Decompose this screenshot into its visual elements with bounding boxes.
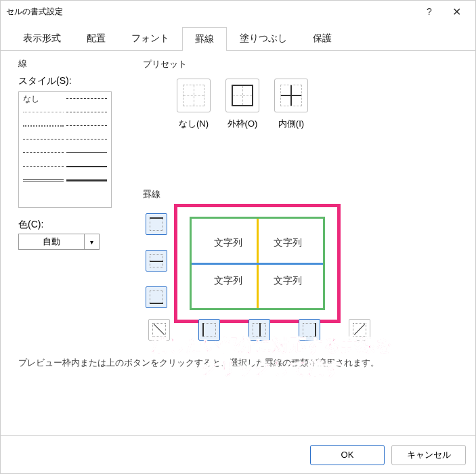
preview-cell-1: 文字列: [214, 237, 242, 249]
ok-button[interactable]: OK: [310, 445, 385, 465]
border-preview-highlight: 文字列 文字列 文字列 文字列: [174, 204, 341, 323]
style-dotted[interactable]: [23, 123, 64, 127]
help-button[interactable]: ?: [416, 2, 443, 21]
preset-outline-button[interactable]: [225, 79, 259, 112]
border-bottom-button[interactable]: [146, 286, 167, 308]
annotation-overlay: 消したい部分に対応する罫線を クリックして消す: [95, 334, 448, 380]
border-hmid-icon: [150, 254, 163, 267]
style-none[interactable]: なし: [23, 96, 64, 100]
preset-inside-label: 内側(I): [278, 118, 304, 130]
style-dash-dot[interactable]: [23, 150, 64, 154]
line-color-label: 色(C):: [18, 219, 127, 231]
window-title: セルの書式設定: [6, 6, 416, 18]
preview-grid: [190, 217, 325, 310]
line-style-label: スタイル(S):: [18, 75, 127, 87]
border-horizontal-middle-button[interactable]: [146, 250, 167, 272]
border-top-button[interactable]: [146, 213, 167, 235]
preview-cell-2: 文字列: [274, 237, 302, 249]
style-fine-dotted[interactable]: [23, 110, 64, 114]
tab-border[interactable]: 罫線: [182, 27, 227, 51]
border-top-icon: [150, 217, 163, 231]
line-color-value: 自動: [18, 234, 85, 250]
line-group-label: 線: [18, 58, 127, 70]
dialog-body: 線 スタイル(S): なし: [1, 51, 475, 70]
border-preview[interactable]: 文字列 文字列 文字列 文字列: [190, 217, 325, 310]
style-med-dash[interactable]: [66, 137, 107, 141]
dialog-footer: OK キャンセル: [1, 435, 475, 473]
style-thick[interactable]: [66, 177, 107, 181]
chevron-down-icon[interactable]: ▾: [85, 234, 100, 250]
style-dashed[interactable]: [23, 137, 64, 141]
style-thin[interactable]: [66, 150, 107, 154]
border-bottom-icon: [150, 290, 163, 304]
style-double[interactable]: [23, 177, 64, 181]
preview-horizontal-divider[interactable]: [192, 263, 323, 265]
close-button[interactable]: ✕: [443, 2, 470, 21]
titlebar: セルの書式設定 ? ✕: [1, 1, 475, 22]
style-med-dash-dot[interactable]: [66, 123, 107, 127]
preset-group: プリセット なし(N) 外枠(O) 内側(I): [143, 58, 308, 130]
border-group-label: 罫線: [143, 188, 160, 200]
style-dash-dot-dot[interactable]: [23, 164, 64, 168]
format-cells-dialog: セルの書式設定 ? ✕ 表示形式 配置 フォント 罫線 塗りつぶし 保護 線 ス…: [0, 0, 476, 474]
preset-outline-label: 外枠(O): [228, 118, 258, 130]
tab-protection[interactable]: 保護: [300, 26, 345, 50]
preset-outline-icon: [232, 85, 253, 106]
preset-inside-icon: [280, 85, 302, 106]
line-group: 線 スタイル(S): なし: [18, 58, 127, 250]
line-color-select[interactable]: 自動 ▾: [18, 234, 127, 250]
line-style-list[interactable]: なし: [18, 91, 112, 208]
preset-group-label: プリセット: [143, 59, 187, 69]
preset-none-icon: [183, 85, 204, 106]
tab-strip: 表示形式 配置 フォント 罫線 塗りつぶし 保護: [1, 22, 475, 51]
preview-cell-4: 文字列: [274, 275, 302, 287]
preset-none-button[interactable]: [177, 79, 211, 112]
tab-number-format[interactable]: 表示形式: [10, 26, 74, 50]
tab-fill[interactable]: 塗りつぶし: [227, 26, 300, 50]
preview-cell-3: 文字列: [214, 275, 242, 287]
cancel-button[interactable]: キャンセル: [391, 445, 466, 465]
style-medium[interactable]: [66, 164, 107, 168]
style-thin-dash[interactable]: [66, 96, 107, 100]
preset-none-label: なし(N): [179, 118, 209, 130]
tab-font[interactable]: フォント: [118, 26, 182, 50]
tab-alignment[interactable]: 配置: [74, 26, 118, 50]
preset-inside-button[interactable]: [274, 79, 308, 112]
style-med-dash-dot-dot[interactable]: [66, 110, 107, 114]
